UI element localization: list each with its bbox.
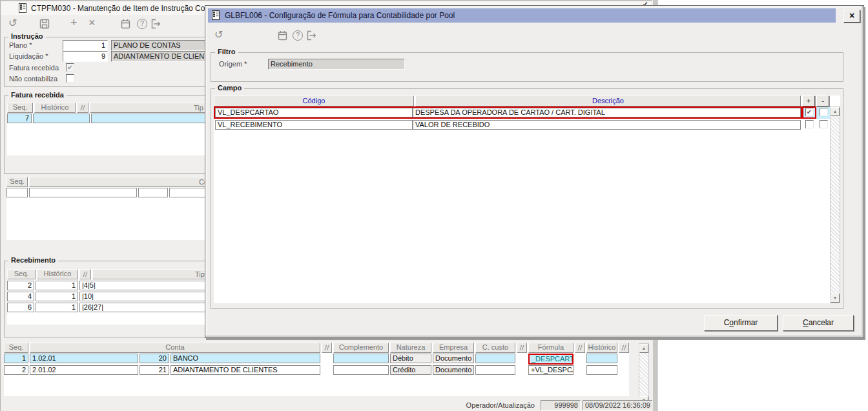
scroll-up-icon[interactable]: ▲ — [639, 344, 648, 353]
column-seq[interactable]: Seq. — [7, 103, 33, 113]
cell-descricao[interactable]: VALOR DE RECEBIDO — [413, 120, 801, 130]
accounting-row[interactable]: 2 2.01.02 21 ADIANTAMENTO DE CLIENTES Cr… — [4, 365, 619, 375]
column-conta[interactable]: Conta — [30, 343, 320, 353]
minus-checkbox[interactable] — [820, 120, 828, 128]
cell-descricao[interactable]: DESPESA DA OPERADORA DE CARTAO / CART. D… — [413, 108, 801, 117]
cell-seq[interactable]: 6 — [7, 303, 34, 312]
cell-complemento[interactable] — [333, 365, 389, 375]
cell-historico[interactable] — [586, 365, 617, 375]
help-icon[interactable]: ? — [137, 19, 147, 29]
plus-checkbox-checked[interactable]: ✔ — [805, 108, 814, 116]
cell-complemento[interactable] — [333, 354, 389, 363]
column-historico[interactable]: Histórico — [37, 269, 78, 279]
campo-table: Código Descrição + - VL_DESPCARTAO DESPE… — [214, 95, 840, 303]
column-codigo[interactable]: Código — [214, 95, 414, 106]
column-natureza[interactable]: Natureza — [390, 343, 431, 353]
cell-historico[interactable]: 1 — [36, 303, 78, 312]
scroll-down-icon[interactable]: ▼ — [831, 294, 840, 303]
close-icon[interactable]: × — [843, 10, 860, 23]
lookup-icon[interactable] — [77, 103, 88, 113]
cell-historico[interactable] — [33, 114, 90, 123]
lookup-icon[interactable] — [79, 269, 91, 279]
window-icon — [18, 3, 28, 15]
help-icon[interactable]: ? — [293, 30, 303, 41]
modal-titlebar: GLBFL006 - Configuração de Fórmula para … — [208, 8, 836, 23]
cell-conta-num[interactable]: 20 — [140, 354, 169, 363]
fatura-recebida-checkbox[interactable]: ✔ — [66, 63, 74, 72]
cell-seq[interactable]: 2 — [4, 365, 28, 375]
minus-column-button[interactable]: - — [816, 95, 829, 106]
undo-icon[interactable]: ↺ — [214, 30, 223, 40]
accounting-table: Seq. Conta Complemento Natureza Empresa … — [4, 342, 650, 406]
lookup-icon[interactable] — [517, 343, 527, 353]
cell-codigo[interactable]: VL_DESPCARTAO — [215, 108, 413, 117]
nao-contabiliza-label: Não contabiliza — [9, 75, 57, 83]
confirm-button[interactable]: Confirmar — [704, 315, 778, 331]
cell-formula[interactable]: +VL_DESPCART. — [528, 365, 574, 375]
cell-empresa[interactable]: Documento — [433, 354, 474, 363]
delete-icon[interactable]: × — [88, 17, 96, 28]
liquidacao-input[interactable]: 9 — [63, 51, 108, 62]
undo-icon[interactable]: ↺ — [8, 18, 17, 28]
cell-conta-num[interactable]: 21 — [140, 365, 169, 375]
campo-scrollbar[interactable]: ▲ ▼ — [830, 106, 840, 303]
cell-conta-code[interactable]: 2.01.02 — [30, 365, 138, 375]
calendar-icon[interactable] — [121, 19, 130, 31]
campo-row-selected[interactable]: VL_DESPCARTAO DESPESA DA OPERADORA DE CA… — [214, 106, 840, 119]
cell-ccusto[interactable] — [475, 354, 515, 363]
lookup-icon[interactable] — [575, 343, 585, 353]
column-historico[interactable]: Histórico — [586, 343, 617, 353]
cell-seq[interactable]: 2 — [7, 281, 34, 290]
cell-conta-desc[interactable]: ADIANTAMENTO DE CLIENTES — [170, 365, 320, 375]
cell-seq[interactable]: 1 — [4, 354, 28, 363]
column-complemento[interactable]: Complemento — [333, 343, 389, 353]
lookup-icon[interactable] — [322, 343, 332, 353]
cell-empresa[interactable]: Documento — [433, 365, 474, 375]
cell-historico[interactable]: 1 — [36, 292, 78, 301]
cell-conta-code[interactable]: 1.02.01 — [30, 354, 138, 363]
column-seq[interactable]: Seq. — [7, 269, 36, 279]
exit-icon[interactable] — [307, 30, 316, 43]
recebimento-group-label: Recebimento — [8, 256, 58, 264]
minus-checkbox[interactable] — [820, 108, 828, 116]
cell-historico[interactable]: 1 — [36, 281, 78, 290]
column-ccusto[interactable]: C. custo — [475, 343, 515, 353]
column-formula[interactable]: Fórmula — [528, 343, 574, 353]
cell-historico[interactable] — [586, 354, 617, 363]
column-empresa[interactable]: Empresa — [433, 343, 474, 353]
plano-input[interactable]: 1 — [63, 40, 108, 51]
plus-checkbox-wrapper — [802, 119, 816, 131]
campo-row[interactable]: VL_RECEBIMENTO VALOR DE RECEBIDO — [214, 119, 840, 131]
cell-conta-desc[interactable]: BANCO — [170, 354, 320, 363]
cancel-button[interactable]: Cancelar — [783, 315, 854, 331]
campo-group-label: Campo — [215, 84, 244, 92]
column-seq[interactable]: Seq. — [4, 343, 28, 353]
lookup-icon[interactable] — [619, 343, 629, 353]
cell-seq[interactable]: 4 — [7, 292, 34, 301]
plus-checkbox-wrapper: ✔ — [802, 106, 816, 119]
save-icon[interactable] — [39, 19, 50, 31]
screen: CTPFM030 - Manutenção de Item de Instruç… — [0, 0, 868, 411]
minus-checkbox-wrapper — [816, 106, 831, 119]
cell-codigo[interactable]: VL_RECEBIMENTO — [215, 120, 413, 130]
cell-ccusto[interactable] — [475, 365, 515, 375]
campo-table-header: Código Descrição + - — [214, 95, 840, 106]
calendar-icon[interactable] — [278, 30, 287, 43]
accounting-row[interactable]: 1 1.02.01 20 BANCO Débito Documento _DES… — [4, 354, 619, 365]
updated-value: 08/09/2022 16:36:09 — [583, 400, 653, 410]
cell-seq[interactable]: 7 — [7, 114, 32, 123]
plus-checkbox[interactable] — [805, 120, 814, 128]
plus-column-button[interactable]: + — [802, 95, 815, 106]
cell-natureza[interactable]: Débito — [390, 354, 431, 363]
nao-contabiliza-checkbox[interactable] — [66, 74, 74, 83]
column-historico[interactable]: Histórico — [34, 103, 76, 113]
add-icon[interactable]: + — [70, 17, 78, 28]
cell-formula-highlighted[interactable]: _DESPCARTAO — [528, 354, 574, 365]
cell-natureza[interactable]: Crédito — [390, 365, 431, 375]
scroll-up-icon[interactable]: ▲ — [831, 107, 840, 116]
accounting-table-scrollbar[interactable]: ▲ ▼ — [639, 343, 649, 406]
minus-checkbox-wrapper — [816, 119, 831, 131]
exit-icon[interactable] — [151, 19, 161, 31]
column-seq[interactable]: Seq. — [6, 177, 28, 187]
column-descricao[interactable]: Descrição — [415, 95, 801, 106]
